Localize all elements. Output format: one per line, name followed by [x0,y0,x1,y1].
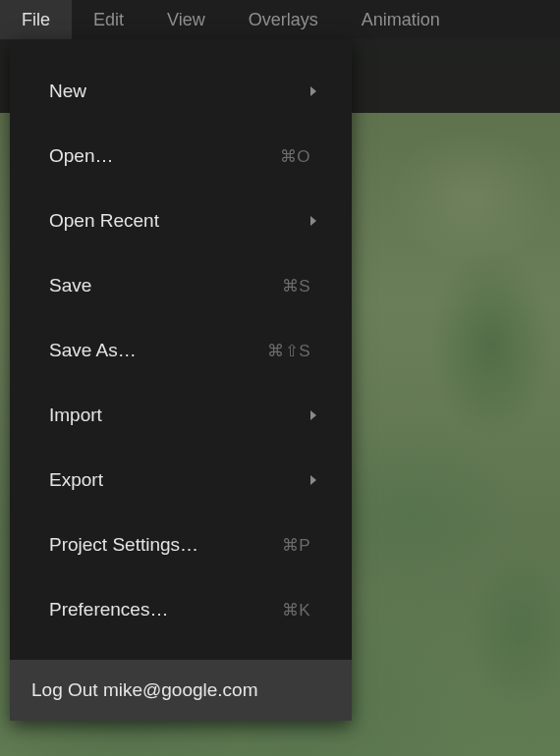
menu-item-label: New [49,81,310,102]
menubar: File Edit View Overlays Animation [0,0,560,39]
menu-item-export[interactable]: Export [10,448,352,513]
menubar-item-overlays[interactable]: Overlays [227,0,340,39]
chevron-right-icon [308,215,318,227]
menu-item-label: Save As… [49,340,267,361]
menubar-item-label: File [22,10,50,30]
menu-item-label: Project Settings… [49,534,282,556]
menu-item-open[interactable]: Open… ⌘O [10,124,352,189]
menu-item-label: Preferences… [49,599,282,621]
menu-item-label: Open… [49,145,280,167]
menu-item-label: Export [49,469,310,491]
chevron-right-icon [308,85,318,97]
menu-item-import[interactable]: Import [10,383,352,448]
menubar-item-label: View [167,10,205,30]
file-menu-dropdown: New Open… ⌘O Open Recent Save ⌘S Save As… [10,39,352,721]
menu-item-label: Open Recent [49,210,310,232]
menu-item-label: Log Out mike@google.com [31,679,258,701]
menu-item-shortcut: ⌘O [280,146,310,167]
menu-item-shortcut: ⌘P [282,535,310,556]
chevron-right-icon [308,474,318,486]
menubar-item-view[interactable]: View [145,0,227,39]
menu-item-label: Save [49,275,282,297]
menu-item-shortcut: ⌘K [282,600,310,621]
menu-item-save-as[interactable]: Save As… ⌘⇧S [10,318,352,383]
menubar-item-label: Animation [362,10,440,30]
menubar-item-file[interactable]: File [0,0,72,39]
menu-item-save[interactable]: Save ⌘S [10,253,352,318]
menu-item-preferences[interactable]: Preferences… ⌘K [10,577,352,642]
chevron-right-icon [308,409,318,421]
menubar-item-edit[interactable]: Edit [72,0,145,39]
menubar-item-animation[interactable]: Animation [340,0,462,39]
menu-item-new[interactable]: New [10,59,352,124]
menubar-item-label: Edit [93,10,124,30]
menu-item-shortcut: ⌘S [282,276,310,297]
menu-item-logout[interactable]: Log Out mike@google.com [10,660,352,721]
menu-item-shortcut: ⌘⇧S [267,341,310,361]
menu-item-label: Import [49,405,310,426]
menubar-item-label: Overlays [249,10,318,30]
menu-item-project-settings[interactable]: Project Settings… ⌘P [10,513,352,577]
menu-item-open-recent[interactable]: Open Recent [10,189,352,253]
